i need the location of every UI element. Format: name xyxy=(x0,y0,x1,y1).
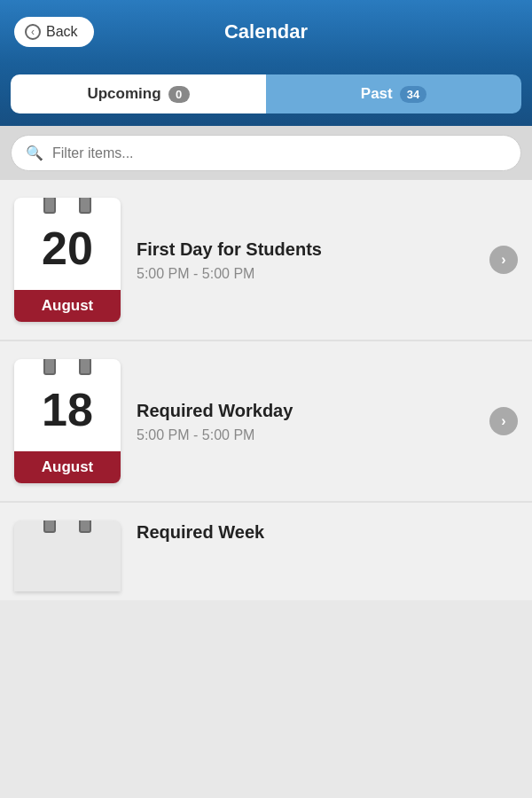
cal-rings xyxy=(14,520,121,533)
cal-ring-left xyxy=(43,359,56,375)
back-label: Back xyxy=(46,24,78,40)
cal-rings xyxy=(14,198,121,214)
page-title: Calendar xyxy=(224,20,308,43)
back-chevron-icon: ‹ xyxy=(25,24,41,40)
cal-rings xyxy=(14,359,121,375)
tab-past-label: Past xyxy=(361,85,393,103)
cal-ring-left xyxy=(43,520,56,533)
calendar-icon: 20 August xyxy=(14,198,121,322)
tabs-container: Upcoming 0 Past 34 xyxy=(0,64,532,126)
event-title: Required Week xyxy=(137,520,518,544)
event-info: First Day for Students 5:00 PM - 5:00 PM xyxy=(137,238,518,282)
tab-past[interactable]: Past 34 xyxy=(266,74,521,113)
event-info: Required Week xyxy=(137,520,518,549)
event-month: August xyxy=(14,451,121,483)
cal-ring-right xyxy=(79,520,91,533)
cal-ring-right xyxy=(79,359,91,375)
event-time: 5:00 PM - 5:00 PM xyxy=(137,266,518,282)
tab-past-badge: 34 xyxy=(400,86,426,103)
search-input[interactable] xyxy=(52,145,506,161)
list-item[interactable]: 18 August Required Workday 5:00 PM - 5:0… xyxy=(0,341,532,501)
event-month: August xyxy=(14,290,121,322)
calendar-icon: 18 August xyxy=(14,359,121,483)
search-container: 🔍 xyxy=(0,126,532,180)
search-bar: 🔍 xyxy=(11,135,521,171)
header: ‹ Back Calendar xyxy=(0,0,532,64)
chevron-right-icon: › xyxy=(489,407,518,435)
back-button[interactable]: ‹ Back xyxy=(14,17,94,47)
cal-ring-right xyxy=(79,198,91,214)
tab-upcoming[interactable]: Upcoming 0 xyxy=(11,74,266,113)
events-list: 20 August First Day for Students 5:00 PM… xyxy=(0,180,532,600)
event-title: First Day for Students xyxy=(137,238,518,261)
chevron-right-icon: › xyxy=(489,246,518,274)
list-item[interactable]: Required Week xyxy=(0,503,532,600)
calendar-icon-partial xyxy=(14,520,121,591)
cal-ring-left xyxy=(43,198,56,214)
tab-upcoming-label: Upcoming xyxy=(87,85,160,103)
search-icon: 🔍 xyxy=(26,145,43,161)
list-item[interactable]: 20 August First Day for Students 5:00 PM… xyxy=(0,180,532,340)
event-title: Required Workday xyxy=(137,399,518,422)
tab-upcoming-badge: 0 xyxy=(168,86,190,103)
event-time: 5:00 PM - 5:00 PM xyxy=(137,427,518,443)
event-info: Required Workday 5:00 PM - 5:00 PM xyxy=(137,399,518,443)
